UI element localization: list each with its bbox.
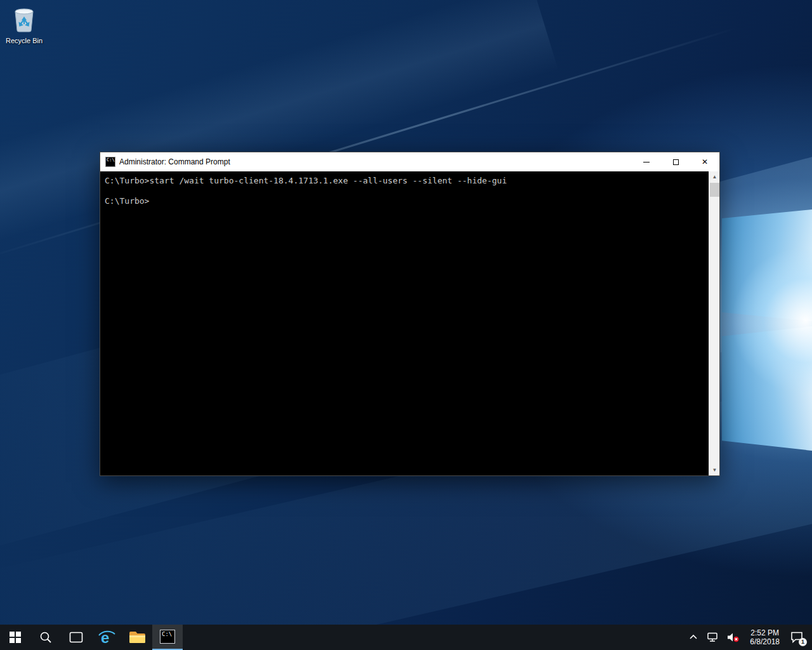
console-line: [105, 186, 709, 196]
internet-explorer-icon: e: [98, 628, 115, 646]
file-explorer-button[interactable]: [122, 625, 152, 650]
scroll-down-icon[interactable]: ▼: [709, 465, 720, 475]
recycle-bin-icon: [10, 4, 38, 33]
recycle-bin-label: Recycle Bin: [4, 37, 44, 44]
recycle-bin[interactable]: Recycle Bin: [4, 4, 44, 44]
window-titlebar[interactable]: C:\ Administrator: Command Prompt ✕: [100, 152, 719, 171]
minimize-button[interactable]: [632, 152, 661, 171]
command-prompt-window: C:\ Administrator: Command Prompt ✕ C:\T…: [100, 152, 720, 476]
clock-time: 2:52 PM: [750, 628, 779, 637]
volume-muted-icon: [727, 632, 740, 642]
clock[interactable]: 2:52 PM 6/8/2018: [744, 625, 785, 650]
volume-button[interactable]: [723, 625, 744, 650]
notification-badge: 1: [799, 638, 807, 646]
command-prompt-taskbar-button[interactable]: C:\: [152, 625, 183, 650]
network-icon: [707, 632, 718, 642]
task-view-icon: [69, 632, 83, 643]
maximize-button[interactable]: [661, 152, 690, 171]
window-title: Administrator: Command Prompt: [119, 157, 632, 166]
action-center-button[interactable]: 1: [785, 625, 808, 650]
close-icon: ✕: [702, 158, 708, 166]
chevron-up-icon: [689, 633, 698, 641]
console-scrollbar[interactable]: ▲ ▼: [709, 171, 719, 475]
minimize-icon: [643, 162, 650, 162]
command-prompt-icon: C:\: [160, 630, 175, 644]
network-button[interactable]: [702, 625, 723, 650]
clock-date: 6/8/2018: [750, 637, 780, 646]
system-tray: 2:52 PM 6/8/2018 1: [684, 625, 812, 650]
windows-logo-icon: [10, 632, 21, 643]
start-button[interactable]: [0, 625, 30, 650]
window-controls: ✕: [632, 152, 719, 171]
close-button[interactable]: ✕: [690, 152, 719, 171]
hidden-icons-button[interactable]: [684, 625, 702, 650]
scroll-up-icon[interactable]: ▲: [709, 171, 720, 182]
taskbar: e C:\: [0, 625, 812, 650]
maximize-icon: [673, 159, 679, 165]
search-button[interactable]: [30, 625, 61, 650]
search-icon: [39, 631, 52, 644]
internet-explorer-button[interactable]: e: [91, 625, 122, 650]
task-view-button[interactable]: [61, 625, 91, 650]
console-line: C:\Turbo>start /wait turbo-client-18.4.1…: [105, 176, 709, 186]
console-output[interactable]: C:\Turbo>start /wait turbo-client-18.4.1…: [100, 171, 709, 475]
scrollbar-thumb[interactable]: [710, 183, 719, 197]
console-line: C:\Turbo>: [105, 196, 709, 206]
file-explorer-icon: [129, 630, 146, 644]
cmd-icon: C:\: [105, 157, 115, 167]
